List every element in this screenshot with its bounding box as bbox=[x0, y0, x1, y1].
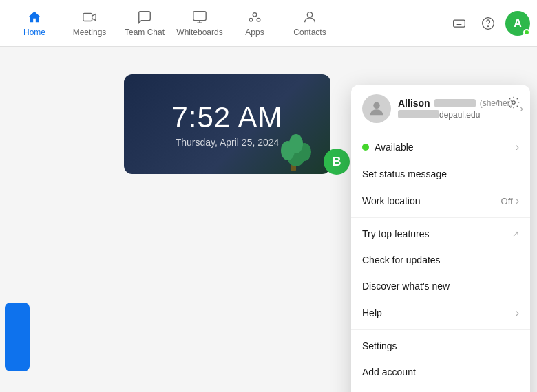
add-account-item[interactable]: Add account bbox=[351, 359, 530, 385]
b-status-button[interactable]: B bbox=[324, 149, 350, 175]
profile-avatar bbox=[362, 94, 391, 123]
home-icon bbox=[27, 10, 42, 25]
svg-point-3 bbox=[249, 18, 253, 21]
help-chevron: › bbox=[516, 307, 519, 319]
help-btn[interactable] bbox=[476, 12, 500, 35]
nav-item-apps[interactable]: Apps bbox=[227, 3, 282, 44]
plant-svg bbox=[275, 116, 317, 171]
plant-decoration bbox=[275, 116, 317, 174]
add-account-label: Add account bbox=[362, 367, 519, 378]
set-status-label: Set status message bbox=[362, 168, 519, 179]
discover-new-item[interactable]: Discover what's new bbox=[351, 273, 530, 299]
meetings-icon bbox=[82, 10, 97, 25]
team-chat-icon bbox=[137, 10, 152, 25]
svg-rect-6 bbox=[454, 20, 465, 27]
clock-date: Thursday, April 25, 2024 bbox=[176, 137, 280, 148]
nav-apps-label: Apps bbox=[245, 28, 264, 37]
gear-icon bbox=[507, 96, 520, 109]
work-location-item[interactable]: Work location Off › bbox=[351, 187, 530, 215]
nav-team-chat-label: Team Chat bbox=[125, 28, 165, 37]
work-location-right: Off › bbox=[501, 195, 519, 207]
contacts-icon bbox=[302, 10, 317, 25]
svg-point-2 bbox=[253, 12, 257, 16]
status-chevron: › bbox=[516, 141, 519, 153]
work-location-value: Off bbox=[501, 196, 513, 206]
nav-item-home[interactable]: Home bbox=[7, 3, 62, 44]
user-dropdown-menu: Allison (she/her) depaul.edu › Available… bbox=[351, 85, 530, 392]
nav-item-meetings[interactable]: Meetings bbox=[62, 3, 117, 44]
try-features-label: Try top features bbox=[362, 228, 507, 239]
top-navigation: Home Meetings Team Chat Whiteboards Apps bbox=[0, 0, 537, 47]
help-item[interactable]: Help › bbox=[351, 299, 530, 327]
blurred-name bbox=[434, 99, 476, 107]
main-content: 7:52 AM Thursday, April 25, 2024 B bbox=[0, 47, 537, 392]
nav-item-whiteboards[interactable]: Whiteboards bbox=[172, 3, 227, 44]
whiteboards-icon bbox=[192, 10, 207, 25]
nav-home-label: Home bbox=[23, 28, 45, 37]
check-updates-item[interactable]: Check for updates bbox=[351, 247, 530, 273]
email-domain: depaul.edu bbox=[439, 110, 480, 120]
profile-name-text: Allison bbox=[398, 98, 430, 109]
keyboard-icon bbox=[452, 17, 466, 30]
status-available-item[interactable]: Available › bbox=[351, 133, 530, 161]
nav-item-team-chat[interactable]: Team Chat bbox=[117, 3, 172, 44]
svg-point-5 bbox=[307, 12, 312, 17]
nav-contacts-label: Contacts bbox=[293, 28, 326, 37]
b-button-label: B bbox=[333, 155, 341, 169]
left-sidebar bbox=[0, 47, 34, 392]
status-label: Available bbox=[375, 142, 510, 153]
apps-icon bbox=[247, 10, 262, 25]
svg-point-14 bbox=[512, 101, 516, 105]
help-label: Help bbox=[362, 307, 510, 318]
svg-point-8 bbox=[488, 25, 489, 26]
try-features-item[interactable]: Try top features ↗ bbox=[351, 221, 530, 247]
svg-rect-1 bbox=[193, 11, 206, 20]
divider-2 bbox=[351, 329, 530, 330]
sidebar-decoration bbox=[5, 303, 30, 371]
nav-item-contacts[interactable]: Contacts bbox=[282, 3, 337, 44]
divider-1 bbox=[351, 217, 530, 218]
clock-widget: 7:52 AM Thursday, April 25, 2024 bbox=[124, 74, 330, 174]
profile-section[interactable]: Allison (she/her) depaul.edu › bbox=[351, 85, 530, 133]
profile-name-row: Allison (she/her) bbox=[398, 98, 513, 109]
profile-email: depaul.edu bbox=[398, 110, 513, 120]
settings-label: Settings bbox=[362, 340, 519, 351]
work-location-chevron: › bbox=[516, 195, 519, 207]
discover-new-label: Discover what's new bbox=[362, 281, 519, 292]
avatar-icon bbox=[367, 99, 386, 118]
settings-item[interactable]: Settings bbox=[351, 333, 530, 359]
svg-rect-0 bbox=[83, 13, 92, 21]
status-available-dot bbox=[362, 144, 369, 151]
user-avatar-btn[interactable]: A bbox=[505, 11, 530, 36]
svg-point-4 bbox=[257, 18, 260, 21]
svg-point-7 bbox=[483, 17, 494, 29]
nav-right-area: A bbox=[448, 11, 530, 36]
keyboard-shortcut-btn[interactable] bbox=[448, 12, 471, 35]
external-link-icon: ↗ bbox=[512, 229, 519, 239]
online-status-dot bbox=[523, 29, 530, 36]
nav-whiteboards-label: Whiteboards bbox=[176, 28, 222, 37]
set-status-message-item[interactable]: Set status message bbox=[351, 161, 530, 187]
svg-point-15 bbox=[373, 102, 379, 109]
check-updates-label: Check for updates bbox=[362, 254, 519, 265]
avatar-letter: A bbox=[514, 17, 522, 30]
svg-point-13 bbox=[289, 134, 303, 153]
help-circle-icon bbox=[481, 17, 495, 30]
blurred-email-user bbox=[398, 110, 439, 118]
dropdown-settings-gear[interactable] bbox=[504, 93, 523, 112]
work-location-label: Work location bbox=[362, 195, 496, 206]
profile-info: Allison (she/her) depaul.edu bbox=[398, 98, 513, 120]
nav-meetings-label: Meetings bbox=[73, 28, 107, 37]
clock-time: 7:52 AM bbox=[171, 101, 282, 134]
sign-out-item[interactable]: Sign out bbox=[351, 385, 530, 392]
